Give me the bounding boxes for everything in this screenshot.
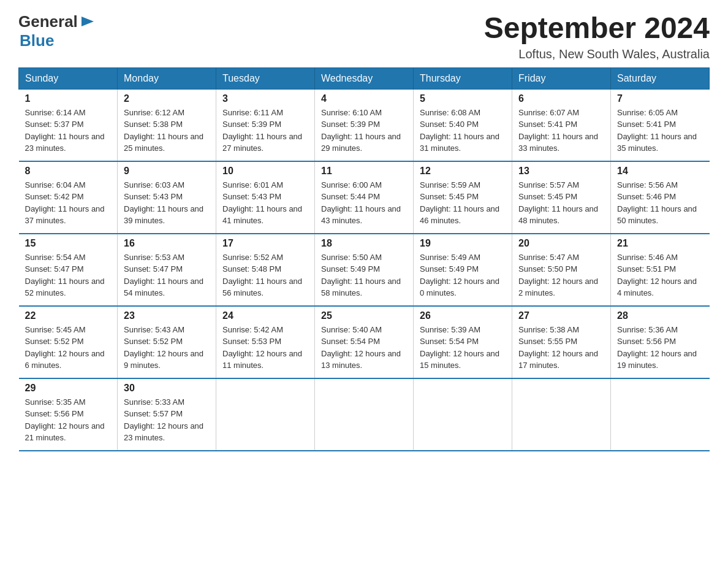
calendar-day-cell: 9 Sunrise: 6:03 AM Sunset: 5:43 PM Dayli…: [118, 161, 216, 234]
day-number: 28: [617, 310, 703, 321]
page-header: General Blue September 2024 Loftus, New …: [18, 12, 710, 61]
calendar-table: SundayMondayTuesdayWednesdayThursdayFrid…: [18, 67, 710, 451]
day-info: Sunrise: 6:12 AM Sunset: 5:38 PM Dayligh…: [124, 107, 210, 155]
calendar-day-cell: 11 Sunrise: 6:00 AM Sunset: 5:44 PM Dayl…: [315, 161, 414, 234]
calendar-day-cell: 20 Sunrise: 5:47 AM Sunset: 5:50 PM Dayl…: [512, 234, 611, 306]
day-info: Sunrise: 5:54 AM Sunset: 5:47 PM Dayligh…: [25, 251, 112, 299]
day-info: Sunrise: 5:35 AM Sunset: 5:56 PM Dayligh…: [25, 396, 112, 444]
day-number: 5: [420, 93, 506, 104]
calendar-week-row: 29 Sunrise: 5:35 AM Sunset: 5:56 PM Dayl…: [19, 378, 710, 451]
calendar-day-cell: 1 Sunrise: 6:14 AM Sunset: 5:37 PM Dayli…: [19, 89, 118, 161]
logo-blue-text: Blue: [20, 31, 54, 50]
day-info: Sunrise: 6:05 AM Sunset: 5:41 PM Dayligh…: [617, 107, 703, 155]
weekday-header-thursday: Thursday: [414, 67, 512, 89]
day-info: Sunrise: 5:38 AM Sunset: 5:55 PM Dayligh…: [518, 324, 604, 372]
day-info: Sunrise: 5:40 AM Sunset: 5:54 PM Dayligh…: [321, 324, 407, 372]
calendar-day-cell: 28 Sunrise: 5:36 AM Sunset: 5:56 PM Dayl…: [611, 306, 710, 378]
calendar-day-cell: 18 Sunrise: 5:50 AM Sunset: 5:49 PM Dayl…: [315, 234, 414, 306]
day-info: Sunrise: 5:57 AM Sunset: 5:45 PM Dayligh…: [518, 179, 604, 227]
day-number: 7: [617, 93, 703, 104]
calendar-day-cell: 22 Sunrise: 5:45 AM Sunset: 5:52 PM Dayl…: [19, 306, 118, 378]
day-number: 13: [518, 166, 604, 177]
calendar-day-cell: 19 Sunrise: 5:49 AM Sunset: 5:49 PM Dayl…: [414, 234, 512, 306]
calendar-day-cell: 8 Sunrise: 6:04 AM Sunset: 5:42 PM Dayli…: [19, 161, 118, 234]
day-number: 6: [518, 93, 604, 104]
day-info: Sunrise: 6:01 AM Sunset: 5:43 PM Dayligh…: [222, 179, 308, 227]
day-info: Sunrise: 5:33 AM Sunset: 5:57 PM Dayligh…: [124, 396, 210, 444]
day-info: Sunrise: 5:59 AM Sunset: 5:45 PM Dayligh…: [420, 179, 506, 227]
calendar-day-cell: 21 Sunrise: 5:46 AM Sunset: 5:51 PM Dayl…: [611, 234, 710, 306]
day-number: 25: [321, 310, 407, 321]
calendar-week-row: 15 Sunrise: 5:54 AM Sunset: 5:47 PM Dayl…: [19, 234, 710, 306]
calendar-day-cell: 14 Sunrise: 5:56 AM Sunset: 5:46 PM Dayl…: [611, 161, 710, 234]
day-info: Sunrise: 6:11 AM Sunset: 5:39 PM Dayligh…: [222, 107, 308, 155]
day-info: Sunrise: 6:03 AM Sunset: 5:43 PM Dayligh…: [124, 179, 210, 227]
calendar-day-cell: 24 Sunrise: 5:42 AM Sunset: 5:53 PM Dayl…: [216, 306, 315, 378]
day-info: Sunrise: 5:46 AM Sunset: 5:51 PM Dayligh…: [617, 251, 703, 299]
day-number: 4: [321, 93, 407, 104]
day-info: Sunrise: 5:47 AM Sunset: 5:50 PM Dayligh…: [518, 251, 604, 299]
day-info: Sunrise: 6:14 AM Sunset: 5:37 PM Dayligh…: [25, 107, 112, 155]
calendar-day-cell: 13 Sunrise: 5:57 AM Sunset: 5:45 PM Dayl…: [512, 161, 611, 234]
day-number: 3: [222, 93, 308, 104]
day-info: Sunrise: 5:42 AM Sunset: 5:53 PM Dayligh…: [222, 324, 308, 372]
calendar-day-cell: 12 Sunrise: 5:59 AM Sunset: 5:45 PM Dayl…: [414, 161, 512, 234]
day-info: Sunrise: 5:53 AM Sunset: 5:47 PM Dayligh…: [124, 251, 210, 299]
calendar-week-row: 1 Sunrise: 6:14 AM Sunset: 5:37 PM Dayli…: [19, 89, 710, 161]
day-number: 29: [25, 383, 112, 394]
day-number: 27: [518, 310, 604, 321]
day-info: Sunrise: 6:00 AM Sunset: 5:44 PM Dayligh…: [321, 179, 407, 227]
calendar-day-cell: 30 Sunrise: 5:33 AM Sunset: 5:57 PM Dayl…: [118, 378, 216, 451]
day-info: Sunrise: 5:45 AM Sunset: 5:52 PM Dayligh…: [25, 324, 112, 372]
calendar-day-cell: 23 Sunrise: 5:43 AM Sunset: 5:52 PM Dayl…: [118, 306, 216, 378]
logo-general-text: General: [18, 12, 78, 31]
day-number: 24: [222, 310, 308, 321]
day-number: 30: [124, 383, 210, 394]
calendar-week-row: 22 Sunrise: 5:45 AM Sunset: 5:52 PM Dayl…: [19, 306, 710, 378]
location: Loftus, New South Wales, Australia: [484, 47, 710, 61]
calendar-day-cell: 25 Sunrise: 5:40 AM Sunset: 5:54 PM Dayl…: [315, 306, 414, 378]
day-number: 20: [518, 238, 604, 249]
weekday-header-friday: Friday: [512, 67, 611, 89]
day-number: 26: [420, 310, 506, 321]
calendar-day-cell: 2 Sunrise: 6:12 AM Sunset: 5:38 PM Dayli…: [118, 89, 216, 161]
calendar-day-cell: [216, 378, 315, 451]
calendar-day-cell: 27 Sunrise: 5:38 AM Sunset: 5:55 PM Dayl…: [512, 306, 611, 378]
svg-marker-0: [82, 17, 94, 26]
day-info: Sunrise: 5:36 AM Sunset: 5:56 PM Dayligh…: [617, 324, 703, 372]
day-number: 15: [25, 238, 112, 249]
day-info: Sunrise: 6:08 AM Sunset: 5:40 PM Dayligh…: [420, 107, 506, 155]
day-info: Sunrise: 5:43 AM Sunset: 5:52 PM Dayligh…: [124, 324, 210, 372]
day-number: 9: [124, 166, 210, 177]
calendar-day-cell: [315, 378, 414, 451]
day-number: 19: [420, 238, 506, 249]
day-number: 18: [321, 238, 407, 249]
weekday-header-wednesday: Wednesday: [315, 67, 414, 89]
calendar-day-cell: 16 Sunrise: 5:53 AM Sunset: 5:47 PM Dayl…: [118, 234, 216, 306]
day-number: 2: [124, 93, 210, 104]
day-number: 14: [617, 166, 703, 177]
day-info: Sunrise: 5:56 AM Sunset: 5:46 PM Dayligh…: [617, 179, 703, 227]
day-number: 16: [124, 238, 210, 249]
calendar-day-cell: 3 Sunrise: 6:11 AM Sunset: 5:39 PM Dayli…: [216, 89, 315, 161]
weekday-header-sunday: Sunday: [19, 67, 118, 89]
logo-arrow-icon: [79, 13, 96, 30]
weekday-header-row: SundayMondayTuesdayWednesdayThursdayFrid…: [19, 67, 710, 89]
day-number: 12: [420, 166, 506, 177]
day-number: 11: [321, 166, 407, 177]
calendar-day-cell: 15 Sunrise: 5:54 AM Sunset: 5:47 PM Dayl…: [19, 234, 118, 306]
weekday-header-tuesday: Tuesday: [216, 67, 315, 89]
day-number: 17: [222, 238, 308, 249]
weekday-header-monday: Monday: [118, 67, 216, 89]
day-info: Sunrise: 6:04 AM Sunset: 5:42 PM Dayligh…: [25, 179, 112, 227]
day-number: 21: [617, 238, 703, 249]
calendar-day-cell: 26 Sunrise: 5:39 AM Sunset: 5:54 PM Dayl…: [414, 306, 512, 378]
weekday-header-saturday: Saturday: [611, 67, 710, 89]
calendar-day-cell: 4 Sunrise: 6:10 AM Sunset: 5:39 PM Dayli…: [315, 89, 414, 161]
day-info: Sunrise: 5:50 AM Sunset: 5:49 PM Dayligh…: [321, 251, 407, 299]
day-number: 10: [222, 166, 308, 177]
calendar-day-cell: 29 Sunrise: 5:35 AM Sunset: 5:56 PM Dayl…: [19, 378, 118, 451]
calendar-day-cell: 10 Sunrise: 6:01 AM Sunset: 5:43 PM Dayl…: [216, 161, 315, 234]
calendar-day-cell: [611, 378, 710, 451]
calendar-day-cell: 17 Sunrise: 5:52 AM Sunset: 5:48 PM Dayl…: [216, 234, 315, 306]
